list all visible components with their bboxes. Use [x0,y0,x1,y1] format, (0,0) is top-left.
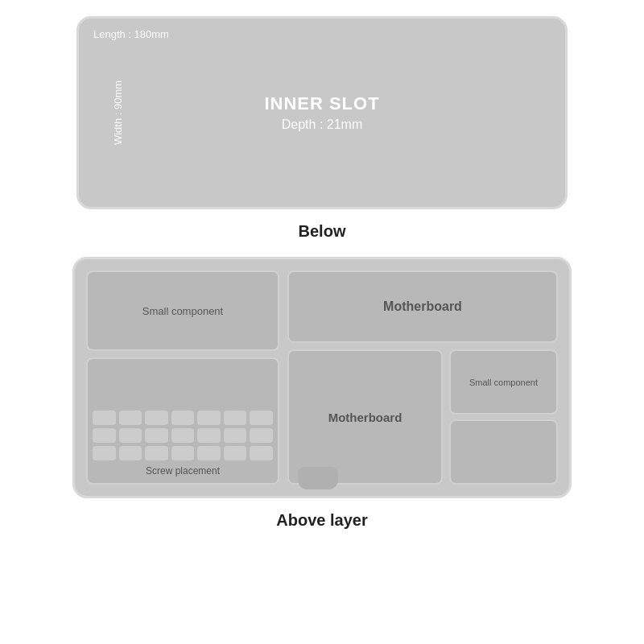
screw-cell [171,428,195,443]
below-label: Below [299,222,346,241]
length-label: Length : 180mm [93,28,169,40]
right-bottom-right: Small component [449,349,558,485]
screw-cell [145,428,168,443]
below-section: Length : 180mm Width : 90mm INNER SLOT D… [16,16,628,241]
motherboard-large: Motherboard [287,270,558,343]
above-layer-label: Above layer [276,511,367,530]
screw-grid [88,406,278,465]
screw-cell [145,446,168,460]
small-component-right: Small component [449,349,558,415]
inner-slot-text: INNER SLOT Depth : 21mm [264,93,379,132]
screw-cell [250,428,273,443]
motherboard-medium: Motherboard [287,349,443,485]
right-column: Motherboard Motherboard Small component [287,270,558,485]
connector-bump [298,467,338,489]
screw-cell [119,428,142,443]
screw-cell [119,411,142,425]
small-component-right-2 [449,419,558,485]
screw-cell [197,428,221,443]
screw-cell [119,446,142,460]
screw-cell [250,411,273,425]
inner-slot-title: INNER SLOT [264,93,379,114]
screw-cell [171,411,195,425]
left-column: Small component [86,270,279,485]
right-bottom-row: Motherboard Small component [287,349,558,485]
screw-cell [197,411,221,425]
small-component-left: Small component [86,270,279,351]
depth-label: Depth : 21mm [264,118,379,132]
screw-cell [171,446,195,460]
screw-cell [93,428,116,443]
screw-cell [145,411,168,425]
screw-cell [224,428,247,443]
screw-placement-area: Screw placement [86,357,279,485]
above-section: Small component [16,257,628,530]
screw-cell [224,446,247,460]
screw-cell [197,446,221,460]
screw-cell [93,446,116,460]
screw-placement-label: Screw placement [146,465,220,477]
screw-cell [250,446,273,460]
inner-slot-box: Length : 180mm Width : 90mm INNER SLOT D… [76,16,568,209]
width-label: Width : 90mm [112,80,124,145]
screw-cell [93,411,116,425]
screw-cell [224,411,247,425]
above-layer-box: Small component [72,257,572,498]
